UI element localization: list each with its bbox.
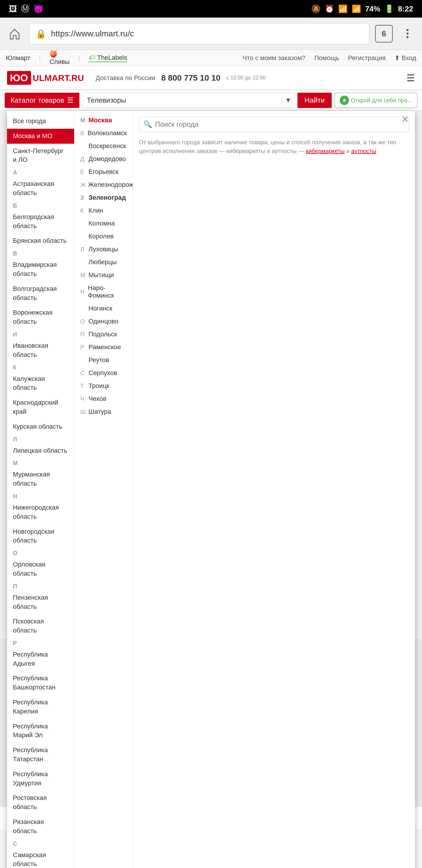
search-input[interactable] [83, 96, 282, 104]
city-volokolamsk[interactable]: В Волоколамск [74, 127, 133, 140]
tab-count[interactable]: 6 [375, 25, 393, 42]
order-status-link[interactable]: Что с моим заказом? [242, 54, 306, 62]
bookmark-ulmart[interactable]: Юлмарт [6, 54, 30, 62]
cities-column: М Москва В Волоколамск Воскресенск Д Дом… [74, 111, 133, 868]
catalog-button[interactable]: Каталог товаров ☰ [5, 93, 79, 108]
city-lubertsy[interactable]: Люберцы [74, 256, 133, 269]
region-rostov[interactable]: Ростовская область [7, 790, 74, 815]
region-vladimir[interactable]: Владимирская область [7, 257, 74, 281]
phone-number[interactable]: 8 800 775 10 10 [161, 73, 220, 83]
region-kursk[interactable]: Курская область [7, 419, 74, 434]
region-novgorod[interactable]: Новгородская область [7, 524, 74, 548]
city-voskresensk[interactable]: Воскресенск [74, 140, 133, 153]
region-spb-lo[interactable]: Санкт-Петербург и ЛО [7, 144, 74, 168]
city-odintsovo[interactable]: О Одинцово [74, 315, 133, 328]
region-orel[interactable]: Орловская область [7, 557, 74, 581]
city-name: Троицк [89, 382, 109, 390]
city-troitsk[interactable]: Т Троицк [74, 379, 133, 392]
battery-percent: 74% [365, 4, 380, 13]
region-tatarstan[interactable]: Республика Татарстан [7, 743, 74, 767]
city-noginsk[interactable]: Ногинск [74, 302, 133, 315]
browser-menu-button[interactable] [398, 25, 416, 42]
region-bashkortostan[interactable]: Республика Башкортостан [7, 671, 74, 695]
region-karelia[interactable]: Республика Карелия [7, 695, 74, 719]
bookmark-thelabels[interactable]: 🏷 TheLabels [89, 54, 127, 62]
city-moscow[interactable]: М Москва [74, 114, 133, 127]
region-all-cities[interactable]: Все города [7, 114, 74, 129]
bookmark-icon: 🍑 [50, 51, 58, 58]
region-ivanovo[interactable]: Ивановская область [7, 338, 74, 363]
logo-text: ULMART.RU [33, 73, 84, 83]
region-moscow-mo[interactable]: Москва и МО [7, 129, 74, 144]
home-button[interactable] [6, 25, 24, 42]
letter-n: Н [7, 491, 74, 500]
city-letter-v: В [80, 130, 85, 137]
search-button[interactable]: Найти [297, 93, 331, 108]
region-ryazan[interactable]: Рязанская область [7, 815, 74, 839]
help-link[interactable]: Помощь [315, 54, 339, 62]
city-naro-fominsk[interactable]: Н Наро-Фоминск [74, 281, 133, 302]
city-letter-t: Т [80, 383, 86, 390]
region-krasnodar[interactable]: Краснодарский край [7, 395, 74, 419]
city-name: Ногинск [89, 305, 112, 312]
search-btn-label: Найти [304, 96, 324, 104]
city-name: Подольск [89, 331, 117, 338]
search-dropdown[interactable]: ▼ [282, 96, 294, 104]
region-bryansk[interactable]: Брянская область [7, 234, 74, 248]
city-zelenograd[interactable]: З Зеленоград [74, 191, 133, 204]
city-name: Железнодорожный [88, 181, 133, 189]
city-domodedovo[interactable]: Д Домодедово [74, 153, 133, 165]
letter-a: А [7, 167, 74, 177]
bookmark-right-links: Что с моим заказом? Помощь Регистрация ⬆… [242, 54, 416, 62]
region-volgograd[interactable]: Волгоградская область [7, 281, 74, 306]
hamburger-menu[interactable]: ☰ [407, 72, 415, 84]
region-nizhny[interactable]: Нижегородская область [7, 500, 74, 524]
status-right: 🔕 ⏰ 📶 📶 74% 🔋 8:22 [311, 4, 413, 13]
city-klin[interactable]: К Клин [74, 204, 133, 217]
bookmark-tl-label: TheLabels [97, 54, 127, 62]
city-letter-m: М [80, 117, 86, 124]
city-chekhov[interactable]: Ч Чехов [74, 392, 133, 405]
region-voronezh[interactable]: Воронежская область [7, 305, 74, 329]
outposts-link[interactable]: аутпосты [351, 148, 376, 154]
region-murmansk[interactable]: Мурманская область [7, 467, 74, 491]
letter-k: К [7, 363, 74, 372]
region-kaluga[interactable]: Калужская область [7, 372, 74, 396]
region-samara[interactable]: Самарская область [7, 848, 74, 868]
city-ramenskoye[interactable]: Р Раменское [74, 341, 133, 354]
city-name: Люберцы [89, 258, 117, 266]
letter-i: И [7, 329, 74, 338]
site-logo[interactable]: ЮО ULMART.RU [7, 71, 84, 85]
region-mari-el[interactable]: Республика Марий Эл [7, 719, 74, 743]
login-link[interactable]: ⬆ Вход [394, 54, 416, 62]
city-reutov[interactable]: Реутов [74, 354, 133, 367]
city-modal-body: Все города Москва и МО Санкт-Петербург и… [7, 111, 415, 868]
city-zheleznodorozhny[interactable]: Ж Железнодорожный [74, 178, 133, 191]
region-penza[interactable]: Пензенская область [7, 590, 74, 614]
city-mytishchi[interactable]: М Мытищи [74, 269, 133, 281]
region-pskov[interactable]: Псковская область [7, 614, 74, 638]
promo-button[interactable]: ★ Открой для себя про... [335, 93, 417, 108]
app-icon: 😈 [33, 4, 44, 14]
close-modal-button[interactable]: ✕ [401, 114, 409, 125]
city-name-moscow: Москва [89, 116, 112, 124]
city-podolsk[interactable]: П Подольск [74, 328, 133, 341]
cybermarkets-link[interactable]: кибермаркеты [306, 148, 345, 154]
region-adygea[interactable]: Республика Адыгея [7, 647, 74, 671]
city-search-input[interactable] [155, 120, 405, 128]
city-serpukhov[interactable]: С Серпухов [74, 367, 133, 379]
city-korolev[interactable]: Королев [74, 230, 133, 243]
region-udmurtia[interactable]: Республика Удмуртия [7, 767, 74, 791]
city-letter-r: Р [80, 344, 86, 351]
separator: | [39, 54, 41, 62]
city-kolomna[interactable]: Коломна [74, 217, 133, 230]
region-belgorod[interactable]: Белгородская область [7, 210, 74, 234]
region-astrakhan[interactable]: Астраханская область [7, 177, 74, 200]
city-shatura[interactable]: Ш Шатура [74, 405, 133, 418]
region-lipetsk[interactable]: Липецкая область [7, 443, 74, 458]
city-lukhovitsy[interactable]: Л Луховицы [74, 243, 133, 256]
bookmark-slivy[interactable]: 🍑 Сливы [50, 51, 70, 66]
url-bar[interactable]: 🔒 https://www.ulmart.ru/c [29, 23, 369, 44]
city-egorievsk[interactable]: Е Егорьевск [74, 165, 133, 178]
register-link[interactable]: Регистрация [348, 54, 386, 62]
